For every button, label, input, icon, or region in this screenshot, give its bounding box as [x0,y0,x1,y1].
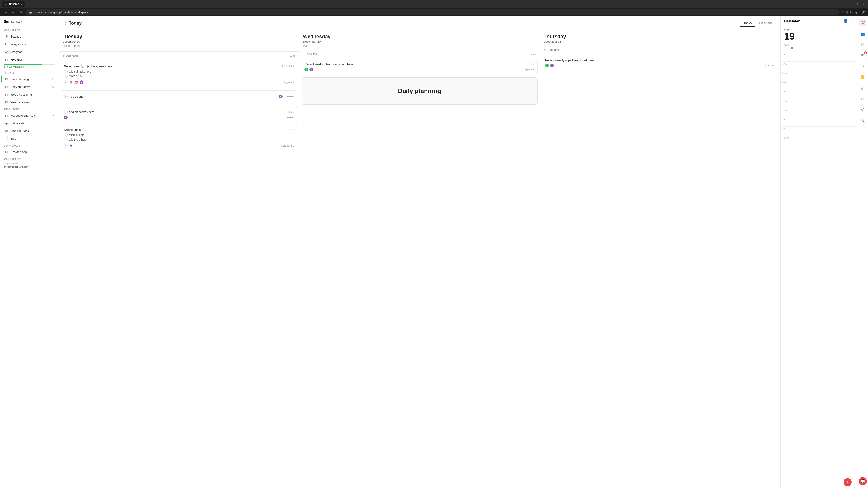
url-text: app.sunsama.com/group/moodjoy_workspace [29,11,88,14]
daily-planning-big-card: Daily planning [302,77,537,105]
forward-btn[interactable]: → [10,10,16,15]
minimize-btn[interactable]: ─ [848,2,852,6]
rs-timer-icon[interactable]: ⏱ [859,106,866,113]
restore-btn[interactable]: □ [855,2,859,6]
task-footer-3: ○ add objectives here 0:05 [64,110,294,113]
sidebar-item-free-trial[interactable]: ◻ Free trial [1,56,58,63]
rs-notebook-icon[interactable]: 📒 [859,73,866,80]
task-footer-4: ○ 👤 # Cross-fu... [64,144,294,148]
task-check-btn-3[interactable]: ○ [64,110,68,113]
task-check-btn[interactable]: ○ [64,80,68,84]
topbar: ◁ Today Tasks Calendar [59,17,780,30]
current-time-dot [791,46,793,49]
task-avatar-wed: ● [309,68,313,71]
url-bar[interactable]: app.sunsama.com/group/moodjoy_workspace [25,9,839,15]
rs-calendar-icon[interactable]: 📅 [859,19,866,26]
day-actions-wednesday: Plan [303,44,536,47]
add-task-tuesday[interactable]: + Add task 1:55 [59,52,299,60]
sidebar-item-daily-shutdown[interactable]: ◻ Daily shutdown O [1,83,58,90]
sidebar-item-blog[interactable]: 📄 Blog [1,135,58,142]
task-tag-4: # Cross-fu... [281,144,294,147]
calendar-header: Calendar 👤 → [780,17,857,26]
tab-calendar[interactable]: Calendar [756,20,776,27]
add-icon-wed: + [303,52,305,56]
downloads-section-label: DOWNLOADS [0,142,59,148]
time-label-3am: 3 AM [780,71,792,74]
weekly-review-label: Weekly review [10,101,29,104]
task-tag-3: # general [284,116,294,119]
sidebar-item-integrations[interactable]: ⟳ Integrations [1,40,58,48]
calendar-panel: Calendar 👤 → TUE 19 12 AM [780,17,857,488]
subtask-check-3[interactable]: ○ [64,133,68,137]
sidebar-item-weekly-review[interactable]: ◻ Weekly review [1,98,58,106]
add-task-label-thu: Add task [548,48,559,52]
sidebar: Sunsama ▾ WORKSPACE ⚙ Settings ⟳ Integra… [0,17,59,488]
sidebar-item-help-center[interactable]: ◉ Help center [1,120,58,127]
add-task-wednesday[interactable]: + Add task 0:30 [299,50,539,58]
task-tag: # general [284,81,294,84]
rs-mail-icon[interactable]: ✉ [859,52,866,59]
task-footer-wed: ✓ ● # general [305,68,534,71]
time-label-2am: 2 AM [780,62,792,65]
sidebar-item-daily-planning[interactable]: ◻ Daily planning P [1,75,58,83]
task-footer-1: ○ 📅 ⏰ ● # general [64,80,294,84]
user-email: bhea@pageflows.com [0,165,59,168]
new-tab-btn[interactable]: + [26,2,31,6]
sidebar-item-analytics[interactable]: 📈 Analytics [1,48,58,55]
sidebar-item-email-courses[interactable]: ✉ Email courses [1,127,58,134]
sidebar-toggle-btn[interactable]: ⊞ [846,11,848,14]
calendar-time-grid: 12 AM 1 AM 2 AM 3 AM 4 AM [780,43,857,476]
active-tab[interactable]: ● Sunsama ✕ [2,1,25,7]
add-task-thursday[interactable]: + Add task [540,45,780,54]
bookmark-btn[interactable]: ☆ [841,11,844,14]
focus-btn[interactable]: Focus [62,44,70,47]
rs-location-icon[interactable]: ◎ [859,84,866,92]
tab-tasks[interactable]: Tasks [740,20,755,27]
subtask-1: ○ add subtasks here [64,69,294,74]
task-check-thu[interactable]: ✓ [545,64,549,67]
daily-planning-label: Daily planning [10,77,29,81]
sidebar-item-weekly-planning[interactable]: ◻ Weekly planning [1,91,58,98]
close-btn[interactable]: ✕ [861,2,866,6]
app-logo[interactable]: Sunsama ▾ [0,17,59,27]
task-check-btn-2[interactable]: ○ [64,95,68,98]
collapse-sidebar-btn[interactable]: ◁ [63,21,66,25]
day-name-thursday: Thursday [544,34,777,39]
time-label-1am: 1 AM [780,53,792,56]
task-tag-2: # general [284,95,294,98]
rs-search-icon[interactable]: 🔍 [859,117,866,124]
sidebar-item-keyboard-shortcuts[interactable]: ◻ Keyboard shortcuts ? [1,112,58,119]
task-check-btn-4[interactable]: ○ [64,144,68,148]
task-avatar-3: ● [64,116,68,119]
blog-label: Blog [10,137,16,140]
task-card-header-2: ○ To be done ● # general [64,93,294,98]
subtask-check-4[interactable]: ○ [64,138,68,141]
workspaces-section-label: WORKSPACES [0,156,59,161]
subtask-check-1[interactable]: ○ [64,70,68,73]
task-card-header-wed: Recent weekly objectives, insert here: 0… [305,63,534,66]
expand-calendar-btn[interactable]: → [850,19,854,23]
task-check-wed[interactable]: ✓ [305,68,308,71]
rs-chat-btn[interactable]: 💬 [859,477,867,485]
weekly-review-icon: ◻ [4,100,8,104]
plan-btn[interactable]: Plan [74,44,80,47]
subtask-check-2[interactable]: ○ [64,74,68,78]
sidebar-item-desktop-app[interactable]: ◻ Desktop app [1,148,58,156]
rs-people-icon[interactable]: 👥 [859,30,866,37]
rs-sync-icon[interactable]: ⇄ [859,63,866,70]
sidebar-item-settings[interactable]: ⚙ Settings [1,33,58,40]
task-title-4: Daily planning [64,128,287,131]
calendar-add-btn[interactable]: + [844,478,852,486]
tab-close-btn[interactable]: ✕ [20,3,22,5]
chat-icon[interactable]: 💬 [859,477,867,485]
reload-btn[interactable]: ↻ [18,10,24,15]
rs-grid-icon[interactable]: ⊞ [859,41,866,48]
back-btn[interactable]: ← [3,10,8,15]
plan-btn-wed[interactable]: Plan [303,44,308,47]
day-column-thursday: Thursday December 21 + Add task Recent w… [540,30,780,488]
rs-table-icon[interactable]: ⊟ [859,95,866,102]
time-row-7am: 7 AM [780,108,857,117]
user-avatar[interactable]: 👤 [843,19,848,24]
task-time-3: 0:05 [289,110,294,113]
time-row-10am: 10 AM [780,135,857,145]
